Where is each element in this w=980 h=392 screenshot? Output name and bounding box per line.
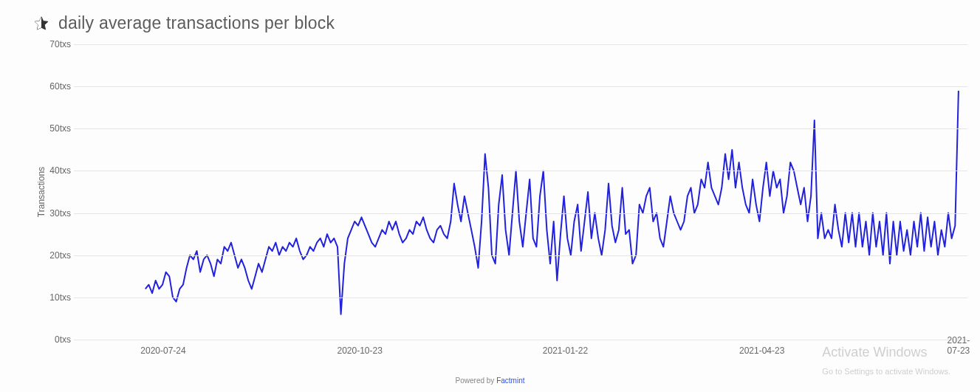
y-tick-label: 0txs — [44, 334, 71, 345]
gridline — [74, 44, 967, 45]
chart-line — [74, 44, 967, 340]
powered-by-prefix: Powered by — [456, 376, 497, 385]
gridline — [74, 171, 967, 171]
watermark-line-1: Activate Windows — [822, 344, 950, 361]
gridline — [74, 86, 967, 87]
gridline — [74, 128, 967, 129]
gridline — [74, 255, 967, 256]
y-tick-label: 20txs — [44, 250, 71, 261]
y-tick-label: 60txs — [44, 81, 71, 92]
y-tick-label: 70txs — [44, 39, 71, 49]
chart-title: daily average transactions per block — [58, 13, 335, 33]
chart-title-row: daily average transactions per block — [33, 13, 335, 33]
gridline — [74, 340, 967, 340]
y-tick-label: 40txs — [44, 165, 71, 176]
x-tick-label: 2021-07-23 — [948, 335, 970, 356]
watermark-line-2: Go to Settings to activate Windows. — [822, 367, 950, 376]
powered-by-link[interactable]: Factmint — [496, 376, 524, 385]
chart-area: 0txs10txs20txs30txs40txs50txs60txs70txs2… — [44, 44, 967, 340]
y-tick-label: 50txs — [44, 123, 71, 134]
data-line — [145, 91, 959, 314]
x-tick-label: 2021-01-22 — [543, 345, 588, 356]
x-tick-label: 2021-04-23 — [739, 345, 784, 356]
y-tick-label: 30txs — [44, 208, 71, 219]
x-tick-label: 2020-10-23 — [337, 345, 382, 356]
y-tick-label: 10txs — [44, 292, 71, 303]
gridline — [74, 213, 967, 214]
gridline — [74, 298, 967, 298]
star-icon[interactable] — [33, 16, 49, 32]
x-tick-label: 2020-07-24 — [140, 345, 185, 356]
windows-watermark: Activate Windows Go to Settings to activ… — [822, 344, 950, 379]
